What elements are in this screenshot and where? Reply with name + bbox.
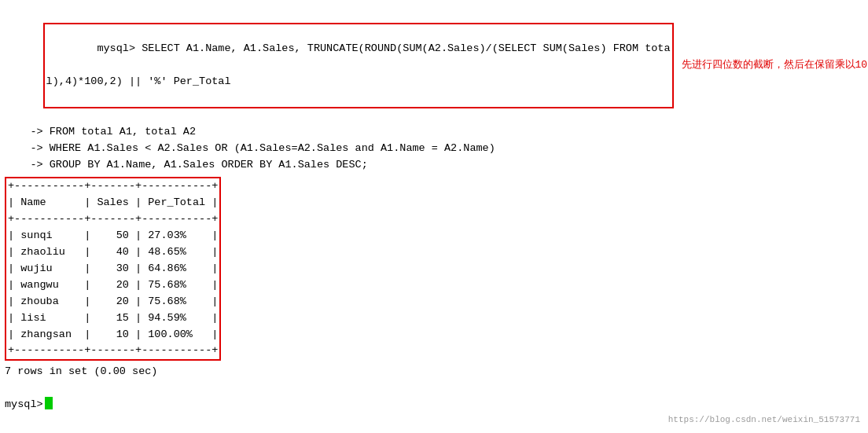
sql-line1: SELECT A1.Name, A1.Sales, TRUNCATE(ROUND… bbox=[142, 42, 670, 54]
table-row-7: | zhangsan | 10 | 100.00% | bbox=[8, 327, 218, 343]
table-divider-top: +-----------+-------+-----------+ bbox=[8, 178, 218, 195]
sql-line2: l),4)*100,2) || '%' Per_Total bbox=[46, 75, 231, 87]
sql-block: mysql> SELECT A1.Name, A1.Sales, TRUNCAT… bbox=[5, 6, 674, 124]
table-row-1: | sunqi | 50 | 27.03% | bbox=[8, 228, 218, 244]
table-row-5: | zhouba | 20 | 75.68% | bbox=[8, 294, 218, 310]
empty-line bbox=[5, 380, 863, 397]
footer-url: https://blog.csdn.net/weixin_51573771 bbox=[668, 413, 860, 427]
footer-prompt-text: mysql> bbox=[5, 397, 43, 413]
table-divider-bot: +-----------+-------+-----------+ bbox=[8, 343, 218, 359]
table-row-4: | wangwu | 20 | 75.68% | bbox=[8, 277, 218, 294]
annotation: 先进行四位数的截断，然后在保留乘以100，保留两位小数点，把% 连接上 bbox=[682, 57, 868, 73]
row-count-line: 7 rows in set (0.00 sec) bbox=[5, 364, 863, 380]
from-text: -> FROM total A1, total A2 bbox=[5, 124, 196, 141]
table-divider-mid: +-----------+-------+-----------+ bbox=[8, 211, 218, 228]
table-header: | Name | Sales | Per_Total | bbox=[8, 195, 218, 211]
cursor bbox=[45, 397, 53, 409]
group-text: -> GROUP BY A1.Name, A1.Sales ORDER BY A… bbox=[5, 157, 368, 174]
table-row-2: | zhaoliu | 40 | 48.65% | bbox=[8, 244, 218, 261]
from-line: -> FROM total A1, total A2 bbox=[5, 124, 863, 141]
table-row-6: | lisi | 15 | 94.59% | bbox=[8, 310, 218, 327]
terminal-window: mysql> SELECT A1.Name, A1.Sales, TRUNCAT… bbox=[0, 0, 868, 433]
prompt-mysql: mysql> SELECT A1.Name, A1.Sales, TRUNCAT… bbox=[43, 23, 674, 108]
where-line: -> WHERE A1.Sales < A2.Sales OR (A1.Sale… bbox=[5, 141, 863, 157]
table-row-3: | wujiu | 30 | 64.86% | bbox=[8, 261, 218, 277]
footer-prompt-line: mysql> bbox=[5, 397, 863, 413]
prompt-text: mysql> bbox=[97, 42, 135, 54]
result-table: +-----------+-------+-----------+ | Name… bbox=[5, 177, 221, 361]
space bbox=[135, 42, 142, 54]
row-count-text: 7 rows in set (0.00 sec) bbox=[5, 364, 157, 380]
group-line: -> GROUP BY A1.Name, A1.Sales ORDER BY A… bbox=[5, 157, 863, 174]
where-text: -> WHERE A1.Sales < A2.Sales OR (A1.Sale… bbox=[5, 141, 495, 157]
